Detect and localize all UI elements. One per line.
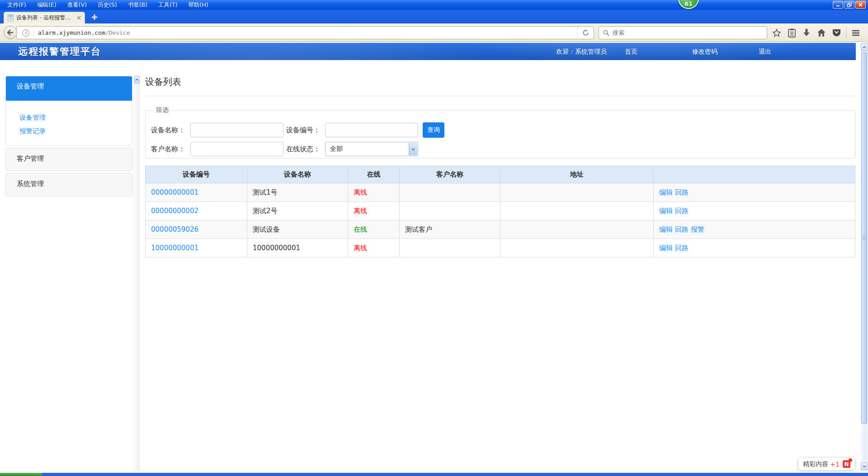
- address-cell: [500, 183, 654, 202]
- device-name-cell: 测试2号: [247, 202, 348, 220]
- scrollbar-thumb[interactable]: [861, 52, 867, 424]
- chevron-down-icon: [863, 465, 866, 467]
- sidebar-header-device-management[interactable]: 设备管理: [6, 76, 132, 101]
- promo-count: +1: [830, 461, 840, 468]
- site-info-icon[interactable]: i: [22, 29, 29, 37]
- downloads-button[interactable]: [801, 28, 812, 38]
- search-input[interactable]: [613, 29, 767, 36]
- customer-cell: [400, 183, 500, 202]
- col-actions: [654, 166, 855, 183]
- customer-cell: [400, 239, 500, 257]
- close-button[interactable]: [855, 1, 866, 9]
- edit-link[interactable]: 编辑: [659, 244, 673, 252]
- restore-button[interactable]: [844, 1, 854, 9]
- url-host: alarm.xjymunion.com: [38, 29, 105, 36]
- sidebar-scroll-up-button[interactable]: [134, 76, 140, 84]
- menu-help[interactable]: 帮助(H): [183, 0, 213, 10]
- welcome-text: 欢迎：系统管理员: [556, 43, 607, 60]
- pocket-button[interactable]: [831, 28, 842, 38]
- filter-fieldset: 筛选 设备名称： 设备编号： 查询 客户名称： 在线状态： 全部: [145, 106, 855, 159]
- bookmarks-menu-button[interactable]: [786, 28, 797, 38]
- bookmark-star-button[interactable]: [771, 28, 782, 38]
- device-no-link[interactable]: 00000000001: [151, 188, 198, 196]
- col-customer: 客户名称: [400, 166, 500, 183]
- promo-toast[interactable]: 精彩内容 +1 N: [798, 458, 855, 470]
- tab-close-icon[interactable]: [77, 16, 81, 20]
- speed-ball-badge[interactable]: 61: [678, 0, 699, 9]
- reload-button[interactable]: [577, 27, 594, 39]
- notification-dot: [849, 458, 852, 462]
- device-no-link[interactable]: 10000000001: [151, 244, 198, 252]
- query-button[interactable]: 查询: [423, 122, 444, 138]
- device-table: 设备编号 设备名称 在线 客户名称 地址 00000000001 测试1号 离线…: [145, 166, 855, 257]
- device-name-label: 设备名称：: [151, 126, 190, 135]
- scrollbar-grip: [863, 235, 866, 241]
- table-row: 10000000001 10000000001 离线 编辑回路: [146, 239, 855, 257]
- customer-name-input[interactable]: [190, 142, 283, 156]
- home-icon: [817, 28, 826, 37]
- online-status-value: 全部: [326, 145, 343, 153]
- scroll-up-button[interactable]: [861, 43, 868, 51]
- browser-menubar: 文件(F) 编辑(E) 查看(V) 历史(S) 书签(B) 工具(T) 帮助(H…: [2, 0, 214, 10]
- col-online: 在线: [348, 166, 400, 183]
- menu-view[interactable]: 查看(V): [62, 0, 92, 10]
- menu-hamburger-button[interactable]: [850, 28, 861, 38]
- online-status-select[interactable]: 全部: [325, 142, 418, 156]
- circuit-link[interactable]: 回路: [675, 225, 689, 233]
- url-text[interactable]: alarm.xjymunion.com/Device: [38, 29, 577, 36]
- reload-icon: [582, 29, 589, 36]
- progress-segment: [0, 473, 42, 476]
- edit-link[interactable]: 编辑: [659, 207, 673, 215]
- scroll-down-button[interactable]: [861, 462, 868, 470]
- nav-logout-link[interactable]: 退出: [759, 43, 771, 60]
- sidebar-header-system-management[interactable]: 系统管理: [6, 173, 132, 196]
- new-tab-button[interactable]: [90, 13, 99, 22]
- url-bar[interactable]: i alarm.xjymunion.com/Device: [16, 26, 594, 39]
- menu-bookmarks[interactable]: 书签(B): [123, 0, 153, 10]
- minimize-button[interactable]: [833, 1, 843, 9]
- menu-history[interactable]: 历史(S): [92, 0, 123, 10]
- device-no-link[interactable]: 00000000002: [151, 207, 198, 215]
- plus-icon: [91, 14, 98, 20]
- sidebar-section-device: 设备管理 设备管理 报警记录: [5, 76, 132, 145]
- status-badge: 离线: [354, 188, 367, 196]
- chevron-down-icon: [411, 148, 415, 150]
- nav-home-link[interactable]: 首页: [625, 43, 637, 60]
- table-row: 00000059026 测试设备 在线 测试客户 编辑回路报警: [146, 220, 855, 239]
- status-badge: 离线: [354, 244, 367, 252]
- menu-tools[interactable]: 工具(T): [153, 0, 183, 10]
- edit-link[interactable]: 编辑: [659, 188, 673, 196]
- main-panel: 设备列表 筛选 设备名称： 设备编号： 查询 客户名称： 在线状态： 全部: [145, 76, 855, 257]
- navigation-toolbar: i alarm.xjymunion.com/Device: [0, 23, 868, 42]
- promo-text: 精彩内容: [803, 460, 828, 468]
- address-cell: [500, 239, 654, 257]
- menu-file[interactable]: 文件(F): [2, 0, 32, 10]
- nav-change-password-link[interactable]: 修改密码: [692, 43, 717, 60]
- back-arrow-icon: [7, 29, 14, 36]
- sidebar-section-customer: 客户管理: [5, 148, 132, 171]
- edit-link[interactable]: 编辑: [659, 225, 673, 233]
- sidebar-item-alarm-records[interactable]: 报警记录: [19, 124, 132, 138]
- circuit-link[interactable]: 回路: [675, 244, 689, 252]
- device-name-input[interactable]: [190, 123, 283, 137]
- sidebar-item-device-management[interactable]: 设备管理: [19, 111, 132, 124]
- back-button[interactable]: [4, 26, 17, 39]
- active-tab[interactable]: 设备列表 - 远程报警管理…: [4, 12, 85, 23]
- device-no-input[interactable]: [325, 123, 418, 137]
- close-icon: [859, 3, 863, 7]
- select-dropdown-button[interactable]: [409, 143, 417, 155]
- page-title: 设备列表: [145, 76, 855, 88]
- news-badge-icon[interactable]: N: [843, 460, 850, 468]
- sidebar-header-customer-management[interactable]: 客户管理: [6, 148, 132, 171]
- title-divider: [145, 96, 855, 96]
- search-box[interactable]: [599, 26, 767, 39]
- circuit-link[interactable]: 回路: [675, 188, 689, 196]
- circuit-link[interactable]: 回路: [675, 207, 689, 215]
- speed-ball-score: 61: [679, 0, 698, 7]
- menu-edit[interactable]: 编辑(E): [32, 0, 62, 10]
- device-no-link[interactable]: 00000059026: [151, 225, 198, 233]
- alarm-link[interactable]: 报警: [691, 225, 704, 233]
- home-button[interactable]: [816, 28, 827, 38]
- browser-scrollbar[interactable]: [861, 43, 868, 471]
- sidebar-scrollbar[interactable]: [134, 76, 140, 471]
